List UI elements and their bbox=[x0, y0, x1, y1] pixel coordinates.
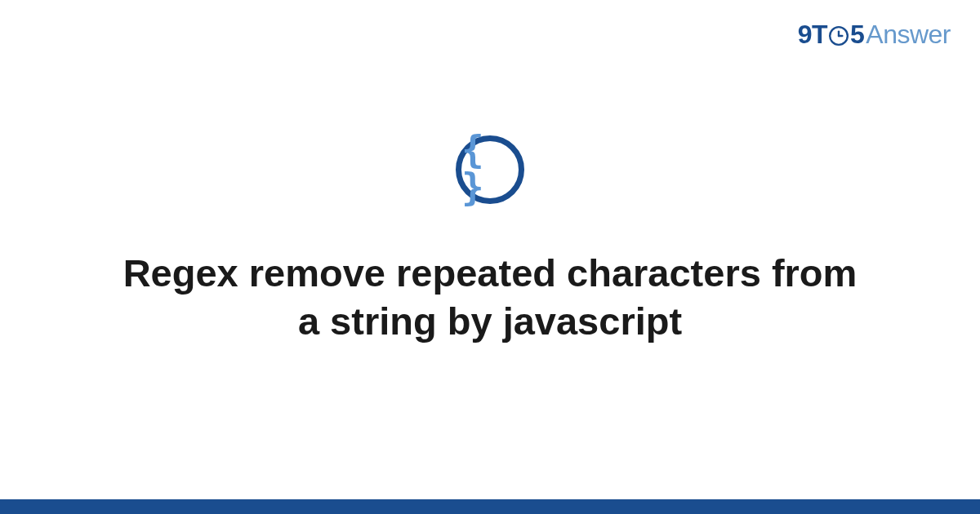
category-icon-circle: { } bbox=[456, 135, 524, 204]
footer-bar bbox=[0, 499, 980, 514]
code-braces-icon: { } bbox=[461, 131, 519, 206]
main-content: { } Regex remove repeated characters fro… bbox=[0, 0, 980, 514]
question-title: Regex remove repeated characters from a … bbox=[82, 250, 898, 346]
